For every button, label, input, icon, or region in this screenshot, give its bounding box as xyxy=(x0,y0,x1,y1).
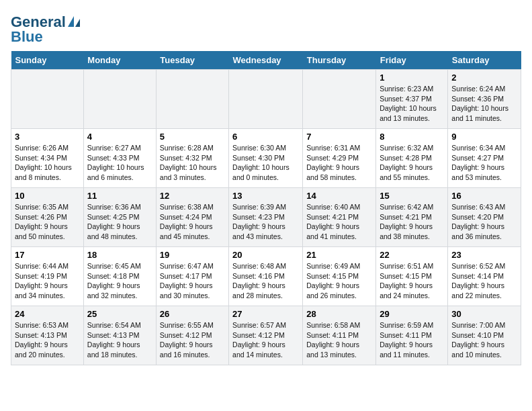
day-info: Sunrise: 7:00 AM Sunset: 4:10 PM Dayligh… xyxy=(451,320,517,360)
calendar-cell: 11Sunrise: 6:36 AM Sunset: 4:25 PM Dayli… xyxy=(83,188,156,247)
day-info: Sunrise: 6:58 AM Sunset: 4:11 PM Dayligh… xyxy=(306,320,372,360)
day-number: 25 xyxy=(87,309,152,319)
day-number: 15 xyxy=(380,191,444,201)
day-number: 5 xyxy=(160,132,225,142)
calendar-cell: 2Sunrise: 6:24 AM Sunset: 4:36 PM Daylig… xyxy=(448,70,521,129)
day-number: 18 xyxy=(87,250,152,260)
day-info: Sunrise: 6:23 AM Sunset: 4:37 PM Dayligh… xyxy=(380,84,444,124)
logo: General Blue xyxy=(11,13,80,46)
calendar-cell: 30Sunrise: 7:00 AM Sunset: 4:10 PM Dayli… xyxy=(448,306,521,365)
logo-arrow2 xyxy=(75,19,80,27)
calendar-cell: 26Sunrise: 6:55 AM Sunset: 4:12 PM Dayli… xyxy=(156,306,228,365)
calendar-cell: 1Sunrise: 6:23 AM Sunset: 4:37 PM Daylig… xyxy=(376,70,448,129)
calendar-cell xyxy=(229,70,303,129)
day-info: Sunrise: 6:35 AM Sunset: 4:26 PM Dayligh… xyxy=(15,202,80,242)
calendar-cell: 24Sunrise: 6:53 AM Sunset: 4:13 PM Dayli… xyxy=(11,306,84,365)
calendar-cell: 5Sunrise: 6:28 AM Sunset: 4:32 PM Daylig… xyxy=(156,129,228,188)
calendar-cell: 8Sunrise: 6:32 AM Sunset: 4:28 PM Daylig… xyxy=(376,129,448,188)
day-number: 1 xyxy=(380,73,444,83)
day-info: Sunrise: 6:47 AM Sunset: 4:17 PM Dayligh… xyxy=(160,261,225,301)
day-info: Sunrise: 6:49 AM Sunset: 4:15 PM Dayligh… xyxy=(306,261,372,301)
day-info: Sunrise: 6:53 AM Sunset: 4:13 PM Dayligh… xyxy=(15,320,80,360)
day-number: 8 xyxy=(380,132,444,142)
day-number: 30 xyxy=(451,309,517,319)
day-info: Sunrise: 6:55 AM Sunset: 4:12 PM Dayligh… xyxy=(160,320,225,360)
weekday-header-saturday: Saturday xyxy=(448,51,521,70)
calendar-cell: 6Sunrise: 6:30 AM Sunset: 4:30 PM Daylig… xyxy=(229,129,303,188)
day-number: 27 xyxy=(232,309,299,319)
week-row-4: 17Sunrise: 6:44 AM Sunset: 4:19 PM Dayli… xyxy=(11,247,521,306)
calendar-cell: 28Sunrise: 6:58 AM Sunset: 4:11 PM Dayli… xyxy=(303,306,376,365)
day-number: 2 xyxy=(451,73,517,83)
calendar-cell: 23Sunrise: 6:52 AM Sunset: 4:14 PM Dayli… xyxy=(448,247,521,306)
day-info: Sunrise: 6:30 AM Sunset: 4:30 PM Dayligh… xyxy=(232,143,299,183)
weekday-header-tuesday: Tuesday xyxy=(156,51,228,70)
calendar-cell: 10Sunrise: 6:35 AM Sunset: 4:26 PM Dayli… xyxy=(11,188,84,247)
calendar-cell: 19Sunrise: 6:47 AM Sunset: 4:17 PM Dayli… xyxy=(156,247,228,306)
day-number: 28 xyxy=(306,309,372,319)
day-number: 14 xyxy=(306,191,372,201)
day-info: Sunrise: 6:57 AM Sunset: 4:12 PM Dayligh… xyxy=(232,320,299,360)
day-info: Sunrise: 6:48 AM Sunset: 4:16 PM Dayligh… xyxy=(232,261,299,301)
calendar-cell xyxy=(83,70,156,129)
calendar-cell: 25Sunrise: 6:54 AM Sunset: 4:13 PM Dayli… xyxy=(83,306,156,365)
day-number: 26 xyxy=(160,309,225,319)
week-row-1: 1Sunrise: 6:23 AM Sunset: 4:37 PM Daylig… xyxy=(11,70,521,129)
calendar-cell: 16Sunrise: 6:43 AM Sunset: 4:20 PM Dayli… xyxy=(448,188,521,247)
day-info: Sunrise: 6:24 AM Sunset: 4:36 PM Dayligh… xyxy=(451,84,517,124)
calendar-cell: 21Sunrise: 6:49 AM Sunset: 4:15 PM Dayli… xyxy=(303,247,376,306)
day-info: Sunrise: 6:26 AM Sunset: 4:34 PM Dayligh… xyxy=(15,143,80,183)
day-info: Sunrise: 6:32 AM Sunset: 4:28 PM Dayligh… xyxy=(380,143,444,183)
calendar-cell: 20Sunrise: 6:48 AM Sunset: 4:16 PM Dayli… xyxy=(229,247,303,306)
calendar-cell: 17Sunrise: 6:44 AM Sunset: 4:19 PM Dayli… xyxy=(11,247,84,306)
day-info: Sunrise: 6:40 AM Sunset: 4:21 PM Dayligh… xyxy=(306,202,372,242)
day-info: Sunrise: 6:42 AM Sunset: 4:21 PM Dayligh… xyxy=(380,202,444,242)
day-number: 17 xyxy=(15,250,80,260)
day-number: 7 xyxy=(306,132,372,142)
day-info: Sunrise: 6:43 AM Sunset: 4:20 PM Dayligh… xyxy=(451,202,517,242)
day-number: 9 xyxy=(451,132,517,142)
calendar-cell: 27Sunrise: 6:57 AM Sunset: 4:12 PM Dayli… xyxy=(229,306,303,365)
calendar-cell: 15Sunrise: 6:42 AM Sunset: 4:21 PM Dayli… xyxy=(376,188,448,247)
day-info: Sunrise: 6:31 AM Sunset: 4:29 PM Dayligh… xyxy=(306,143,372,183)
calendar-cell: 3Sunrise: 6:26 AM Sunset: 4:34 PM Daylig… xyxy=(11,129,84,188)
day-info: Sunrise: 6:51 AM Sunset: 4:15 PM Dayligh… xyxy=(380,261,444,301)
day-number: 6 xyxy=(232,132,299,142)
calendar-cell xyxy=(303,70,376,129)
day-number: 24 xyxy=(15,309,80,319)
day-info: Sunrise: 6:38 AM Sunset: 4:24 PM Dayligh… xyxy=(160,202,225,242)
weekday-header-thursday: Thursday xyxy=(303,51,376,70)
week-row-3: 10Sunrise: 6:35 AM Sunset: 4:26 PM Dayli… xyxy=(11,188,521,247)
weekday-header-friday: Friday xyxy=(376,51,448,70)
day-number: 11 xyxy=(87,191,152,201)
day-info: Sunrise: 6:34 AM Sunset: 4:27 PM Dayligh… xyxy=(451,143,517,183)
day-number: 21 xyxy=(306,250,372,260)
day-number: 3 xyxy=(15,132,80,142)
day-number: 12 xyxy=(160,191,225,201)
day-number: 22 xyxy=(380,250,444,260)
day-number: 23 xyxy=(451,250,517,260)
day-number: 29 xyxy=(380,309,444,319)
calendar-table: SundayMondayTuesdayWednesdayThursdayFrid… xyxy=(11,51,521,365)
calendar-cell: 13Sunrise: 6:39 AM Sunset: 4:23 PM Dayli… xyxy=(229,188,303,247)
calendar-cell: 18Sunrise: 6:45 AM Sunset: 4:18 PM Dayli… xyxy=(83,247,156,306)
calendar-cell xyxy=(156,70,228,129)
day-number: 4 xyxy=(87,132,152,142)
day-info: Sunrise: 6:59 AM Sunset: 4:11 PM Dayligh… xyxy=(380,320,444,360)
day-info: Sunrise: 6:44 AM Sunset: 4:19 PM Dayligh… xyxy=(15,261,80,301)
weekday-header-sunday: Sunday xyxy=(11,51,84,70)
calendar-cell: 9Sunrise: 6:34 AM Sunset: 4:27 PM Daylig… xyxy=(448,129,521,188)
weekday-header-monday: Monday xyxy=(83,51,156,70)
day-info: Sunrise: 6:52 AM Sunset: 4:14 PM Dayligh… xyxy=(451,261,517,301)
day-info: Sunrise: 6:54 AM Sunset: 4:13 PM Dayligh… xyxy=(87,320,152,360)
logo-arrow1 xyxy=(68,16,74,27)
weekday-header-row: SundayMondayTuesdayWednesdayThursdayFrid… xyxy=(11,51,521,70)
day-info: Sunrise: 6:28 AM Sunset: 4:32 PM Dayligh… xyxy=(160,143,225,183)
day-number: 10 xyxy=(15,191,80,201)
calendar-cell xyxy=(11,70,84,129)
calendar-cell: 22Sunrise: 6:51 AM Sunset: 4:15 PM Dayli… xyxy=(376,247,448,306)
calendar-cell: 29Sunrise: 6:59 AM Sunset: 4:11 PM Dayli… xyxy=(376,306,448,365)
day-number: 19 xyxy=(160,250,225,260)
calendar-cell: 12Sunrise: 6:38 AM Sunset: 4:24 PM Dayli… xyxy=(156,188,228,247)
day-number: 16 xyxy=(451,191,517,201)
